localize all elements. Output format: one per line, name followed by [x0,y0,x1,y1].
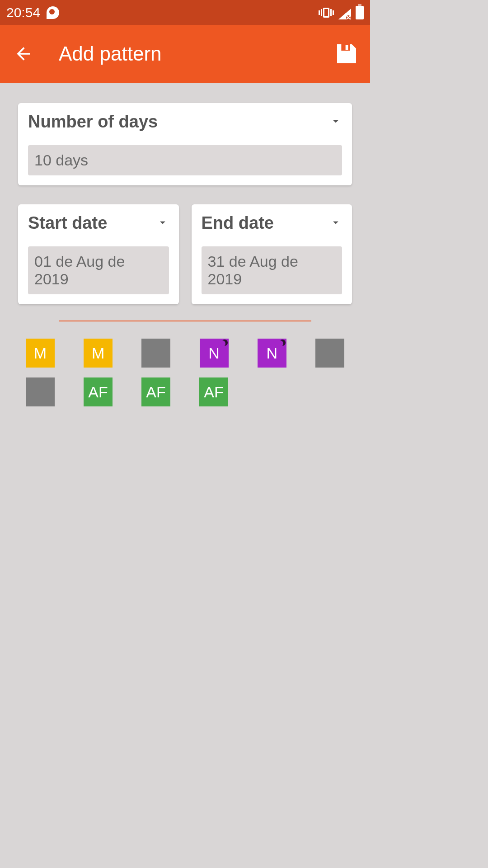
save-button[interactable] [333,40,360,67]
pattern-cell[interactable]: AF [84,377,113,406]
back-button[interactable] [10,40,37,67]
pattern-cell[interactable]: N [258,339,286,368]
chevron-down-icon[interactable] [329,115,342,129]
status-left: 20:54 [6,5,59,20]
start-date-value[interactable]: 01 de Aug de 2019 [28,246,169,294]
pattern-cell[interactable]: M [26,339,55,368]
svg-rect-2 [346,45,348,50]
pattern-cell[interactable]: N [200,339,229,368]
card-header: Start date [28,213,169,233]
pattern-row-2: AFAFAF [26,377,344,406]
pattern-cell[interactable]: AF [141,377,170,406]
number-of-days-card[interactable]: Number of days 10 days [18,103,352,185]
card-header: Number of days [28,112,342,132]
pattern-row-1: MMNN [26,339,344,368]
end-date-value[interactable]: 31 de Aug de 2019 [202,246,343,294]
page-title: Add pattern [59,42,162,65]
start-date-label: Start date [28,213,107,233]
status-time: 20:54 [6,5,40,20]
chevron-down-icon[interactable] [329,216,342,231]
vibrate-icon [319,8,334,18]
start-date-card[interactable]: Start date 01 de Aug de 2019 [18,204,179,304]
status-right [319,6,364,19]
pattern-grid: MMNN AFAFAF [18,339,352,406]
save-icon [334,41,359,66]
pattern-cell[interactable] [315,339,344,368]
divider [59,321,311,321]
end-date-label: End date [202,213,274,233]
date-row: Start date 01 de Aug de 2019 End date 31… [18,204,352,304]
arrow-left-icon [14,44,33,64]
battery-icon [356,6,364,19]
app-notification-icon [47,6,59,19]
card-header: End date [202,213,343,233]
end-date-card[interactable]: End date 31 de Aug de 2019 [192,204,352,304]
chevron-down-icon[interactable] [156,216,169,231]
number-of-days-label: Number of days [28,112,158,132]
status-bar: 20:54 [0,0,370,25]
svg-rect-1 [341,44,350,51]
pattern-cell[interactable]: AF [199,377,228,406]
pattern-cell[interactable] [26,377,55,406]
app-bar: Add pattern [0,25,370,83]
signal-icon [338,7,351,18]
pattern-cell[interactable]: M [84,339,113,368]
pattern-cell[interactable] [141,339,170,368]
content: Number of days 10 days Start date 01 de … [0,83,370,406]
number-of-days-value[interactable]: 10 days [28,145,342,175]
